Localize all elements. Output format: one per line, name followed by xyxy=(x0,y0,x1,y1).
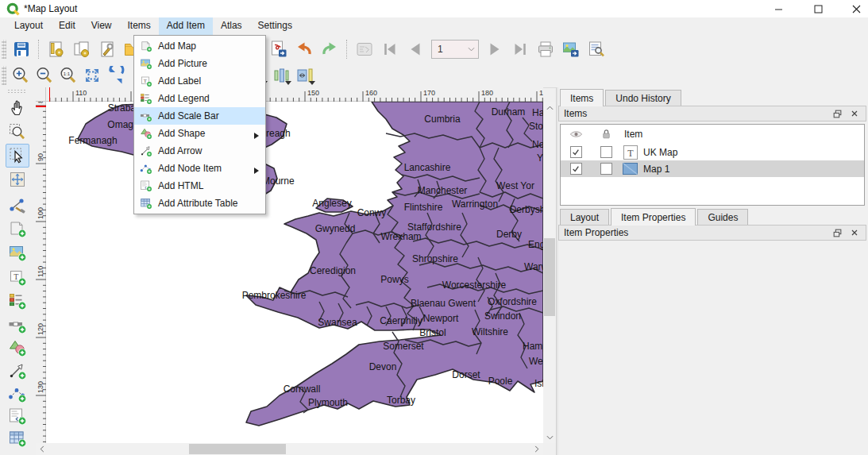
vscroll-thumb[interactable] xyxy=(544,238,555,316)
zoom-select-tool-button[interactable] xyxy=(6,120,29,144)
undo-button[interactable] xyxy=(292,37,316,61)
float-panel-button[interactable] xyxy=(831,226,843,239)
atlas-prev-button[interactable] xyxy=(403,37,427,61)
zoom-full-button[interactable] xyxy=(81,65,103,86)
close-panel-button[interactable] xyxy=(848,226,861,239)
menu-label: Add Picture xyxy=(158,58,207,69)
menu-add-html[interactable]: Add HTML xyxy=(134,177,265,195)
distribute-items-button[interactable] xyxy=(270,65,292,86)
hscroll-thumb[interactable] xyxy=(189,444,286,454)
map-label: Lancashire xyxy=(404,162,451,173)
chevron-right-icon xyxy=(534,445,539,453)
layout-properties-button[interactable] xyxy=(95,37,119,61)
item-row-uk-map[interactable]: T UK Map xyxy=(561,144,864,160)
scroll-up-button[interactable] xyxy=(543,102,556,114)
add-picture-tool-button[interactable] xyxy=(6,241,29,264)
atlas-page-combobox[interactable]: 1 xyxy=(431,40,479,59)
map-label: Ha xyxy=(532,107,543,118)
menu-settings[interactable]: Settings xyxy=(250,17,300,35)
edit-nodes-tool-button[interactable] xyxy=(6,193,29,217)
tab-undo-history[interactable]: Undo History xyxy=(605,90,681,106)
menu-view[interactable]: View xyxy=(83,17,120,35)
menu-add-item[interactable]: Add Item xyxy=(159,17,213,35)
item-row-map-1[interactable]: Map 1 xyxy=(561,160,864,177)
lock-checkbox[interactable] xyxy=(600,163,612,175)
resize-items-button[interactable] xyxy=(294,65,316,86)
print-atlas-button[interactable] xyxy=(534,37,557,61)
minimize-button[interactable] xyxy=(765,0,792,17)
export-atlas-report-button[interactable] xyxy=(584,37,608,61)
map-label: Derbysh xyxy=(510,204,543,215)
atlas-last-button[interactable] xyxy=(508,37,532,61)
map-label: Y xyxy=(537,152,543,164)
zoom-actual-icon: 1:1 xyxy=(59,66,78,85)
tab-item-properties[interactable]: Item Properties xyxy=(611,208,696,226)
menu-add-map[interactable]: Add Map xyxy=(134,37,265,55)
add-legend-tool-button[interactable] xyxy=(6,289,29,313)
add-attribute-table-tool-button[interactable] xyxy=(6,426,29,450)
add-arrow-tool-button[interactable] xyxy=(6,359,29,383)
toolbar-grip xyxy=(2,66,6,85)
menu-edit[interactable]: Edit xyxy=(51,17,83,35)
menu-add-arrow[interactable]: Add Arrow xyxy=(134,142,265,160)
add-node-item-tool-button[interactable] xyxy=(6,382,29,406)
add-label-tool-button[interactable]: T xyxy=(6,265,29,289)
select-move-tool-button[interactable] xyxy=(6,144,29,168)
vertical-scrollbar[interactable] xyxy=(543,102,556,443)
tab-layout[interactable]: Layout xyxy=(560,209,609,226)
export-atlas-image-button[interactable] xyxy=(559,37,583,61)
tab-items[interactable]: Items xyxy=(560,89,604,106)
move-content-icon xyxy=(8,170,27,189)
maximize-button[interactable] xyxy=(804,0,831,17)
add-arrow-icon xyxy=(140,145,152,157)
close-panel-button[interactable] xyxy=(848,107,861,120)
close-button[interactable] xyxy=(843,0,868,17)
map-svg: StrabaneOmaghFermanaghreaghMourneCumbria… xyxy=(46,102,543,443)
add-scalebar-icon-holder xyxy=(140,110,152,122)
lock-checkbox[interactable] xyxy=(600,146,612,158)
menu-add-legend[interactable]: Add Legend xyxy=(134,90,265,107)
items-table-header: Item xyxy=(561,125,864,144)
menu-items[interactable]: Items xyxy=(120,17,159,35)
zoom-out-button[interactable] xyxy=(33,65,56,86)
menu-add-node-item[interactable]: Add Node Item xyxy=(134,160,265,177)
save-project-button[interactable] xyxy=(10,37,33,61)
duplicate-layout-icon xyxy=(72,40,91,59)
add-html-tool-button[interactable] xyxy=(6,404,29,428)
atlas-next-icon xyxy=(485,40,504,59)
menu-add-attribute-table[interactable]: Add Attribute Table xyxy=(134,195,265,212)
new-layout-button[interactable] xyxy=(44,37,68,61)
scroll-left-button[interactable] xyxy=(36,443,48,455)
redo-button[interactable] xyxy=(318,37,341,61)
float-panel-button[interactable] xyxy=(831,107,843,120)
atlas-next-button[interactable] xyxy=(483,37,507,61)
move-content-tool-button[interactable] xyxy=(6,168,29,191)
ruler-label: 110 xyxy=(37,266,44,277)
export-pdf-button[interactable] xyxy=(267,37,291,61)
items-table: Item T UK Map Map 1 xyxy=(560,124,865,206)
menu-atlas[interactable]: Atlas xyxy=(213,17,250,35)
zoom-actual-button[interactable]: 1:1 xyxy=(57,65,79,86)
atlas-first-button[interactable] xyxy=(378,37,402,61)
atlas-preview-button[interactable] xyxy=(353,37,376,61)
horizontal-scrollbar[interactable] xyxy=(36,443,543,455)
add-shape-tool-button[interactable] xyxy=(6,336,29,360)
scroll-down-button[interactable] xyxy=(543,431,556,443)
tab-guides[interactable]: Guides xyxy=(697,209,748,226)
layout-canvas[interactable]: StrabaneOmaghFermanaghreaghMourneCumbria… xyxy=(46,102,543,443)
menu-add-picture[interactable]: Add Picture xyxy=(134,55,265,72)
visibility-checkbox[interactable] xyxy=(570,163,582,175)
visibility-checkbox[interactable] xyxy=(570,146,582,158)
duplicate-layout-button[interactable] xyxy=(70,37,94,61)
scroll-right-button[interactable] xyxy=(530,443,543,455)
zoom-in-button[interactable] xyxy=(10,65,32,86)
menu-add-scale-bar[interactable]: Add Scale Bar xyxy=(134,107,265,125)
pan-tool-button[interactable] xyxy=(6,96,29,120)
add-map-tool-button[interactable] xyxy=(6,217,29,241)
menu-add-shape[interactable]: Add Shape xyxy=(134,125,265,142)
add-scalebar-tool-button[interactable] xyxy=(6,313,29,337)
refresh-button[interactable] xyxy=(105,65,127,86)
menu-layout[interactable]: Layout xyxy=(6,17,51,35)
ruler-label: 180 xyxy=(481,89,493,97)
menu-add-label[interactable]: TAdd Label xyxy=(134,72,265,90)
